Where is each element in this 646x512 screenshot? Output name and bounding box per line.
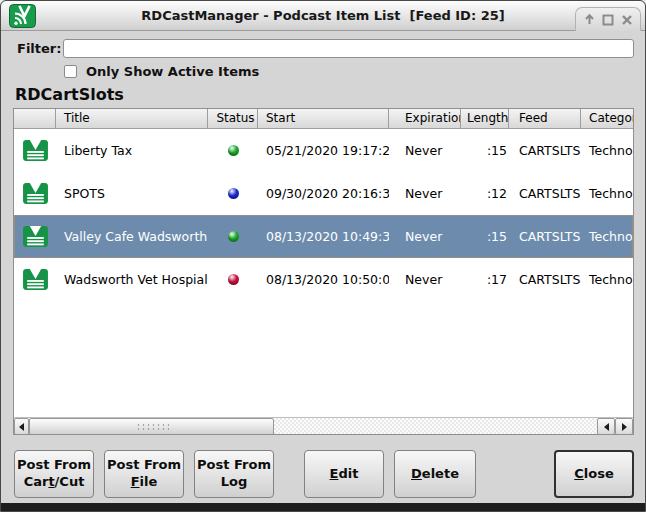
- column-header-expiration[interactable]: Expiration: [389, 109, 461, 129]
- window-controls: [575, 7, 641, 31]
- scrollbar-grip: [135, 422, 169, 432]
- item-start: 09/30/2020 20:16:36: [258, 186, 389, 201]
- item-feed: CARTSLTS: [509, 272, 581, 287]
- shade-window-icon[interactable]: [581, 12, 597, 28]
- titlebar[interactable]: RDCastManager - Podcast Item List [Feed …: [1, 1, 645, 31]
- item-length: :15: [461, 143, 509, 158]
- maximize-window-icon[interactable]: [600, 12, 616, 28]
- item-feed: CARTSLTS: [509, 143, 581, 158]
- scroll-left-button-2[interactable]: [597, 418, 615, 435]
- table-row-selected[interactable]: Valley Cafe Wadsworth 08/13/2020 10:49:3…: [14, 215, 633, 258]
- delete-button[interactable]: Delete: [394, 450, 476, 498]
- left-arrow-icon: [604, 423, 609, 431]
- left-arrow-icon: [19, 423, 24, 431]
- only-active-label: Only Show Active Items: [86, 64, 259, 79]
- button-label-line: Post From: [17, 457, 91, 474]
- item-length: :12: [461, 186, 509, 201]
- horizontal-scrollbar: [14, 417, 633, 434]
- button-label-line: Delete: [411, 466, 459, 483]
- item-length: :15: [461, 229, 509, 244]
- table-row[interactable]: Liberty Tax 05/21/2020 19:17:26 Never :1…: [14, 129, 633, 172]
- cart-icon: [22, 180, 49, 207]
- status-dot: [228, 231, 239, 242]
- scroll-right-button[interactable]: [615, 418, 633, 435]
- window-bottom-frame: [1, 503, 645, 511]
- item-start: 05/21/2020 19:17:26: [258, 143, 389, 158]
- cart-icon: [22, 223, 49, 250]
- item-start: 08/13/2020 10:49:38: [258, 229, 389, 244]
- button-label-line: Edit: [330, 466, 359, 483]
- item-feed: CARTSLTS: [509, 186, 581, 201]
- podcast-item-table: Title Status Start Expiration Length Fee…: [13, 108, 634, 435]
- item-start: 08/13/2020 10:50:01: [258, 272, 389, 287]
- item-category: Technology: [581, 272, 634, 287]
- scrollbar-thumb[interactable]: [29, 418, 274, 435]
- post-from-file-button[interactable]: Post From File: [104, 450, 184, 498]
- column-header-status[interactable]: Status: [208, 109, 258, 129]
- window-title: RDCastManager - Podcast Item List [Feed …: [1, 1, 645, 31]
- button-label-line: Post From: [107, 457, 181, 474]
- right-arrow-icon: [622, 423, 627, 431]
- button-label-line: Cart/Cut: [24, 474, 85, 491]
- close-window-icon[interactable]: [619, 12, 635, 28]
- button-label-line: File: [131, 474, 158, 491]
- button-label-line: Close: [574, 466, 614, 483]
- item-title: Wadsworth Vet Hospial: [56, 272, 208, 287]
- filter-input[interactable]: [63, 39, 634, 58]
- item-expiration: Never: [389, 143, 461, 158]
- cart-icon: [22, 266, 49, 293]
- button-label-line: Post From: [197, 457, 271, 474]
- table-header-row: Title Status Start Expiration Length Fee…: [14, 109, 633, 129]
- item-category: Technology: [581, 186, 634, 201]
- post-from-cartcut-button[interactable]: Post From Cart/Cut: [14, 450, 94, 498]
- item-category: Technology: [581, 143, 634, 158]
- button-label-line: Log: [221, 474, 248, 491]
- column-header-start[interactable]: Start: [258, 109, 389, 129]
- item-title: SPOTS: [56, 186, 208, 201]
- item-feed: CARTSLTS: [509, 229, 581, 244]
- column-header-length[interactable]: Length: [461, 109, 509, 129]
- item-title: Valley Cafe Wadsworth: [56, 229, 208, 244]
- cart-icon: [22, 137, 49, 164]
- table-row[interactable]: SPOTS 09/30/2020 20:16:36 Never :12 CART…: [14, 172, 633, 215]
- column-header-icon[interactable]: [14, 109, 56, 129]
- scrollbar-track[interactable]: [274, 418, 597, 435]
- table-row[interactable]: Wadsworth Vet Hospial 08/13/2020 10:50:0…: [14, 258, 633, 301]
- column-header-feed[interactable]: Feed: [509, 109, 581, 129]
- filter-label: Filter:: [17, 41, 59, 56]
- post-from-log-button[interactable]: Post From Log: [194, 450, 274, 498]
- status-dot: [228, 188, 239, 199]
- status-dot: [228, 145, 239, 156]
- only-active-checkbox[interactable]: [64, 65, 77, 78]
- column-header-title[interactable]: Title: [56, 109, 208, 129]
- app-window: RDCastManager - Podcast Item List [Feed …: [0, 0, 646, 512]
- status-dot: [228, 274, 239, 285]
- section-title: RDCartSlots: [15, 85, 124, 104]
- column-header-category[interactable]: Category: [581, 109, 634, 129]
- item-length: :17: [461, 272, 509, 287]
- item-title: Liberty Tax: [56, 143, 208, 158]
- item-category: Technology: [581, 229, 634, 244]
- item-expiration: Never: [389, 186, 461, 201]
- close-button[interactable]: Close: [554, 450, 634, 498]
- edit-button[interactable]: Edit: [304, 450, 384, 498]
- item-expiration: Never: [389, 229, 461, 244]
- scroll-left-button[interactable]: [14, 418, 29, 435]
- item-expiration: Never: [389, 272, 461, 287]
